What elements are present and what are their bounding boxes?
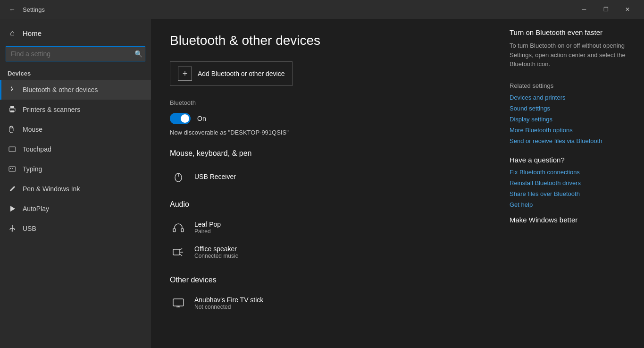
sidebar-item-autoplay[interactable]: AutoPlay (0, 199, 151, 219)
search-container: 🔍 (6, 46, 145, 61)
device-status-1-0: Paired (194, 228, 221, 235)
discoverable-text: Now discoverable as "DESKTOP-991QSIS" (170, 129, 479, 136)
device-icon-1-1 (170, 244, 187, 261)
device-item-2-0[interactable]: Anubhav's Fire TV stick Not connected (170, 291, 479, 315)
sidebar-item-label-autoplay: AutoPlay (23, 205, 49, 212)
svg-rect-2 (10, 110, 14, 112)
home-label: Home (23, 29, 42, 37)
related-link-0[interactable]: Devices and printers (510, 94, 633, 101)
device-icon-2-0 (170, 295, 187, 312)
sidebar: ⌂ Home 🔍 Devices Bluetooth & other devic… (0, 19, 151, 348)
svg-rect-17 (173, 299, 184, 306)
related-settings-title: Related settings (510, 82, 633, 89)
device-item-1-0[interactable]: Leaf Pop Paired (170, 215, 479, 240)
svg-point-8 (12, 230, 13, 232)
plus-icon: + (178, 67, 192, 81)
info-title: Turn on Bluetooth even faster (510, 28, 633, 36)
bluetooth-section-label: Bluetooth (170, 99, 479, 106)
device-section-title-0: Mouse, keyboard, & pen (170, 149, 479, 158)
sidebar-item-label-printers: Printers & scanners (23, 106, 80, 113)
add-device-button[interactable]: + Add Bluetooth or other device (170, 61, 293, 86)
search-icon[interactable]: 🔍 (134, 50, 142, 58)
app-body: ⌂ Home 🔍 Devices Bluetooth & other devic… (0, 19, 644, 348)
question-link-0[interactable]: Fix Bluetooth connections (510, 169, 633, 176)
svg-rect-13 (173, 249, 180, 255)
window-controls: ─ ❐ ✕ (573, 2, 638, 17)
device-name-1-1: Office speaker (194, 245, 238, 253)
search-input[interactable] (6, 46, 145, 61)
device-info-1-1: Office speaker Connected music (194, 245, 238, 259)
device-icon-0-0 (170, 168, 187, 185)
device-info-0-0: USB Receiver (194, 173, 236, 180)
back-icon: ← (9, 6, 16, 13)
svg-rect-4 (9, 167, 16, 171)
minimize-button[interactable]: ─ (573, 2, 595, 17)
question-links-container: Fix Bluetooth connectionsReinstall Bluet… (510, 169, 633, 208)
sidebar-item-label-usb: USB (23, 225, 36, 232)
question-link-1[interactable]: Reinstall Bluetooth drivers (510, 179, 633, 187)
related-settings-section: Related settings Devices and printersSou… (510, 82, 633, 144)
mouse-icon (8, 125, 17, 134)
sidebar-home[interactable]: ⌂ Home (0, 23, 151, 43)
info-text: To turn Bluetooth on or off without open… (510, 41, 633, 69)
device-name-0-0: USB Receiver (194, 173, 236, 180)
typing-icon (8, 164, 17, 174)
main-content: Bluetooth & other devices + Add Bluetoot… (151, 19, 498, 348)
device-status-1-1: Connected music (194, 253, 238, 259)
question-link-2[interactable]: Share files over Bluetooth (510, 190, 633, 197)
app-title: Settings (23, 6, 573, 13)
sidebar-item-bluetooth[interactable]: Bluetooth & other devices (0, 80, 151, 100)
printers-icon (8, 105, 17, 114)
svg-rect-3 (9, 147, 16, 152)
sidebar-item-printers[interactable]: Printers & scanners (0, 100, 151, 119)
sidebar-item-label-typing: Typing (23, 165, 42, 173)
touchpad-icon (8, 144, 17, 154)
bluetooth-toggle[interactable] (170, 113, 191, 124)
svg-line-16 (180, 254, 182, 256)
related-link-3[interactable]: More Bluetooth options (510, 127, 633, 134)
svg-marker-7 (10, 206, 15, 212)
device-section-0: Mouse, keyboard, & pen USB Receiver (170, 149, 479, 189)
make-windows-better-title: Make Windows better (510, 216, 633, 224)
device-item-0-0[interactable]: USB Receiver (170, 164, 479, 189)
device-name-2-0: Anubhav's Fire TV stick (194, 296, 263, 304)
bluetooth-toggle-row: On (170, 113, 479, 124)
titlebar: ← Settings ─ ❐ ✕ (0, 0, 644, 19)
sidebar-item-label-mouse: Mouse (23, 126, 42, 133)
device-info-1-0: Leaf Pop Paired (194, 221, 221, 235)
svg-rect-1 (10, 106, 14, 108)
device-section-1: Audio Leaf Pop Paired Office speaker Con… (170, 200, 479, 264)
sidebar-item-touchpad[interactable]: Touchpad (0, 139, 151, 159)
sidebar-item-label-pen: Pen & Windows Ink (23, 185, 80, 193)
restore-button[interactable]: ❐ (595, 2, 617, 17)
autoplay-icon (8, 204, 17, 213)
page-title: Bluetooth & other devices (170, 33, 479, 48)
toggle-thumb (181, 114, 189, 123)
close-button[interactable]: ✕ (617, 2, 638, 17)
device-item-1-1[interactable]: Office speaker Connected music (170, 240, 479, 264)
pen-icon (8, 184, 17, 194)
have-a-question-section: Have a question? Fix Bluetooth connectio… (510, 156, 633, 208)
device-name-1-0: Leaf Pop (194, 221, 221, 228)
sidebar-item-label-bluetooth: Bluetooth & other devices (23, 86, 98, 93)
bluetooth-icon (8, 85, 17, 94)
have-a-question-title: Have a question? (510, 156, 633, 164)
usb-icon (8, 224, 17, 233)
device-status-2-0: Not connected (194, 304, 263, 310)
sidebar-section-label: Devices (0, 66, 151, 80)
sidebar-item-label-touchpad: Touchpad (23, 145, 51, 153)
related-link-4[interactable]: Send or receive files via Bluetooth (510, 137, 633, 144)
sidebar-item-pen[interactable]: Pen & Windows Ink (0, 179, 151, 199)
sidebar-item-typing[interactable]: Typing (0, 159, 151, 179)
question-link-3[interactable]: Get help (510, 201, 633, 208)
related-link-1[interactable]: Sound settings (510, 105, 633, 112)
svg-rect-12 (181, 229, 184, 232)
device-info-2-0: Anubhav's Fire TV stick Not connected (194, 296, 263, 310)
sidebar-item-usb[interactable]: USB (0, 219, 151, 238)
related-link-2[interactable]: Display settings (510, 116, 633, 123)
svg-line-14 (180, 248, 182, 250)
svg-rect-11 (173, 229, 176, 232)
sidebar-item-mouse[interactable]: Mouse (0, 119, 151, 139)
back-button[interactable]: ← (6, 3, 19, 16)
device-section-title-1: Audio (170, 200, 479, 209)
